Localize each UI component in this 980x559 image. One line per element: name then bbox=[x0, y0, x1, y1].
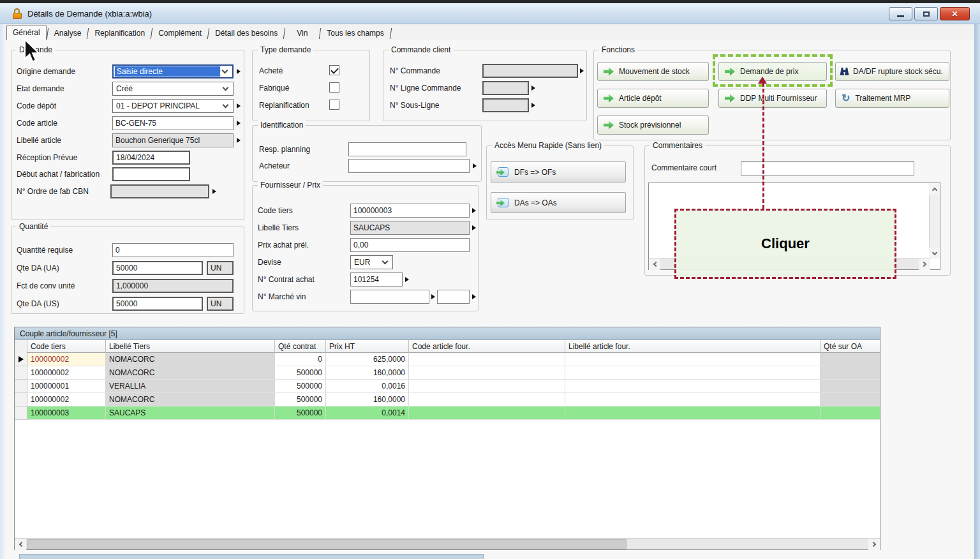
cell-code-tiers[interactable]: 100000002 bbox=[27, 393, 106, 406]
cell-qte-contrat[interactable]: 500000 bbox=[275, 406, 326, 420]
tab-tous-les-champs[interactable]: Tous les champs bbox=[321, 27, 389, 40]
mouvement-de-stock-button[interactable]: Mouvement de stock bbox=[597, 62, 709, 81]
cell-qte-contrat[interactable]: 0 bbox=[275, 353, 326, 366]
resp-planning-field[interactable] bbox=[348, 142, 466, 156]
tab-complement[interactable]: Complément bbox=[152, 27, 207, 40]
expand-arrow[interactable] bbox=[472, 225, 476, 230]
maximize-button[interactable] bbox=[914, 7, 938, 20]
expand-arrow[interactable] bbox=[237, 69, 241, 74]
table-row[interactable]: 100000002 NOMACORC 500000 160,0000 bbox=[15, 366, 880, 380]
scroll-down-button[interactable] bbox=[929, 248, 940, 259]
cell-libelle-article-four[interactable] bbox=[565, 366, 820, 380]
cell-qte-sur-oa[interactable] bbox=[820, 366, 880, 380]
cell-qte-sur-oa[interactable] bbox=[820, 393, 880, 406]
cell-libelle-article-four[interactable] bbox=[565, 393, 820, 406]
cell-qte-sur-oa[interactable] bbox=[820, 353, 880, 366]
table-row[interactable]: 100000002 NOMACORC 0 625,0000 bbox=[15, 353, 880, 366]
table-row[interactable]: 100000002 NOMACORC 500000 160,0000 bbox=[15, 393, 880, 406]
fabrique-checkbox[interactable] bbox=[329, 82, 339, 93]
acheteur-field[interactable] bbox=[348, 159, 470, 173]
header-libelle-tiers[interactable]: Libellé Tiers bbox=[106, 340, 275, 353]
stock-previsionnel-button[interactable]: Stock prévisionnel bbox=[597, 116, 709, 135]
devise-combo[interactable]: EUR bbox=[350, 255, 393, 269]
expand-arrow[interactable] bbox=[212, 189, 216, 194]
expand-arrow[interactable] bbox=[237, 121, 241, 126]
header-qte-contrat[interactable]: Qté contrat bbox=[275, 340, 326, 353]
achete-checkbox[interactable] bbox=[329, 65, 339, 75]
table-row[interactable]: 100000001 VERALLIA 500000 0,0016 bbox=[15, 380, 880, 393]
cell-code-article-four[interactable] bbox=[409, 406, 565, 420]
etat-demande-combo[interactable]: Créé bbox=[112, 82, 234, 96]
comment-vscrollbar[interactable] bbox=[929, 183, 940, 259]
tab-detail-besoins[interactable]: Détail des besoins bbox=[209, 27, 283, 40]
header-prix-ht[interactable]: Prix HT bbox=[326, 340, 409, 353]
dfs-ofs-button[interactable]: DFs => OFs bbox=[491, 161, 626, 183]
table-row-highlighted[interactable]: 100000003 SAUCAPS 500000 0,0014 bbox=[15, 406, 880, 420]
scroll-left-button[interactable] bbox=[15, 539, 26, 550]
replanification-checkbox[interactable] bbox=[329, 100, 339, 110]
cell-code-article-four[interactable] bbox=[409, 380, 565, 393]
expand-arrow[interactable] bbox=[531, 103, 535, 108]
cell-qte-contrat[interactable]: 500000 bbox=[275, 380, 326, 393]
table-hscrollbar[interactable] bbox=[15, 538, 880, 549]
header-code-tiers[interactable]: Code tiers bbox=[27, 340, 106, 353]
da-df-rupture-button[interactable]: DA/DF rupture stock sécu. bbox=[835, 62, 949, 81]
cell-code-article-four[interactable] bbox=[409, 366, 565, 380]
commentaire-court-field[interactable] bbox=[741, 161, 914, 175]
minimize-button[interactable] bbox=[889, 7, 912, 20]
cell-libelle-tiers[interactable]: SAUCAPS bbox=[106, 406, 275, 420]
prix-achat-field[interactable]: 0,00 bbox=[350, 238, 470, 252]
tab-replanification[interactable]: Replanification bbox=[89, 27, 151, 40]
das-oas-button[interactable]: DAs => OAs bbox=[491, 192, 626, 213]
cell-code-tiers[interactable]: 100000002 bbox=[27, 353, 106, 366]
cell-code-tiers[interactable]: 100000003 bbox=[27, 406, 106, 420]
scroll-up-button[interactable] bbox=[929, 183, 940, 195]
row-selector[interactable] bbox=[15, 353, 27, 366]
origine-demande-combo[interactable]: Saisie directe bbox=[112, 64, 234, 78]
cell-libelle-article-four[interactable] bbox=[565, 406, 820, 420]
cell-prix-ht[interactable]: 160,0000 bbox=[326, 393, 409, 406]
expand-arrow[interactable] bbox=[472, 294, 476, 299]
cell-prix-ht[interactable]: 160,0000 bbox=[326, 366, 409, 380]
marche-vin-field-1[interactable] bbox=[350, 290, 429, 304]
code-depot-combo[interactable]: 01 - DEPOT PRINCIPAL bbox=[112, 99, 234, 113]
cell-libelle-tiers[interactable]: NOMACORC bbox=[106, 366, 275, 380]
title-bar[interactable]: Détails de Demande (xbia:a:wbia) bbox=[0, 3, 980, 24]
code-tiers-field[interactable]: 100000003 bbox=[350, 204, 470, 218]
cell-code-article-four[interactable] bbox=[409, 393, 565, 406]
code-article-field[interactable]: BC-GEN-75 bbox=[112, 116, 234, 130]
debut-achat-field[interactable] bbox=[112, 167, 190, 181]
expand-arrow[interactable] bbox=[237, 138, 241, 143]
marche-vin-field-2[interactable] bbox=[437, 290, 470, 304]
cell-prix-ht[interactable]: 0,0014 bbox=[326, 406, 409, 420]
tab-analyse[interactable]: Analyse bbox=[48, 27, 87, 40]
row-selector[interactable] bbox=[15, 406, 27, 420]
expand-arrow[interactable] bbox=[431, 294, 435, 299]
contrat-achat-field[interactable]: 101254 bbox=[350, 272, 403, 287]
expand-arrow[interactable] bbox=[472, 208, 476, 213]
tab-vin[interactable]: Vin bbox=[285, 27, 319, 40]
qte-da-ua-field[interactable]: 50000 bbox=[112, 261, 203, 275]
scroll-right-button[interactable] bbox=[919, 258, 930, 270]
expand-arrow[interactable] bbox=[580, 68, 584, 73]
expand-arrow[interactable] bbox=[405, 277, 409, 282]
cell-prix-ht[interactable]: 0,0016 bbox=[326, 380, 409, 393]
cell-libelle-article-four[interactable] bbox=[565, 353, 820, 366]
cell-code-article-four[interactable] bbox=[409, 353, 565, 366]
cell-prix-ht[interactable]: 625,0000 bbox=[326, 353, 409, 366]
expand-arrow[interactable] bbox=[531, 86, 535, 91]
cell-libelle-article-four[interactable] bbox=[565, 380, 820, 393]
scroll-right-button[interactable] bbox=[868, 539, 880, 550]
scroll-left-button[interactable] bbox=[649, 258, 660, 270]
row-selector[interactable] bbox=[15, 366, 27, 380]
row-selector[interactable] bbox=[15, 380, 27, 393]
scrollbar-thumb[interactable] bbox=[27, 539, 627, 549]
header-qte-sur-oa[interactable]: Qté sur OA bbox=[820, 340, 880, 353]
cell-qte-sur-oa[interactable] bbox=[820, 406, 880, 420]
cell-libelle-tiers[interactable]: NOMACORC bbox=[106, 393, 275, 406]
cell-libelle-tiers[interactable]: VERALLIA bbox=[106, 380, 275, 393]
cell-code-tiers[interactable]: 100000001 bbox=[27, 380, 106, 393]
close-button[interactable]: ✕ bbox=[940, 7, 970, 20]
expand-arrow[interactable] bbox=[237, 103, 241, 108]
cell-qte-contrat[interactable]: 500000 bbox=[275, 393, 326, 406]
